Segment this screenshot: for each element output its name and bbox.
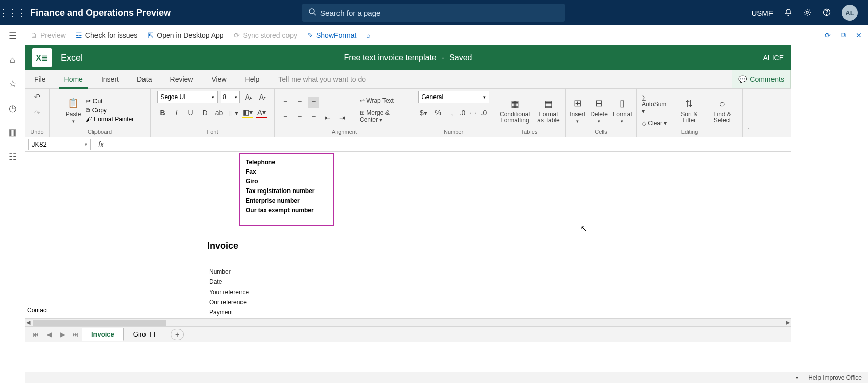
cell-tax-exempt: Our tax exempt number (246, 206, 328, 215)
toolbar-search-button[interactable]: ⌕ (366, 31, 370, 39)
tab-nav-last[interactable]: ⏭ (69, 331, 82, 338)
search-input[interactable] (320, 9, 559, 17)
bell-icon[interactable] (784, 8, 792, 18)
workspace-icon[interactable]: ▥ (8, 127, 17, 138)
double-underline-button[interactable]: D (200, 107, 211, 118)
sheet-tab-invoice[interactable]: Invoice (82, 328, 124, 341)
align-bottom-button[interactable]: ≡ (308, 97, 319, 108)
format-cells-button[interactable]: ▯Format▾ (613, 97, 632, 124)
find-select-button[interactable]: ⌕Find & Select (707, 97, 737, 123)
align-center-button[interactable]: ≡ (294, 112, 305, 123)
field-your-ref: Your reference (209, 287, 249, 297)
avatar[interactable]: AL (842, 5, 858, 21)
tab-nav-next[interactable]: ▶ (56, 331, 69, 338)
ribbon: ↶ ↷ Undo 📋Paste▾ ✂ Cut ⧉ Copy 🖌 Format P… (25, 89, 791, 137)
indent-button[interactable]: ⇥ (336, 112, 348, 123)
field-date: Date (209, 277, 249, 287)
align-right-button[interactable]: ≡ (308, 112, 319, 123)
excel-user[interactable]: ALICE (763, 54, 784, 62)
sync-button[interactable]: ⟳Sync stored copy (234, 31, 297, 39)
clear-button[interactable]: ◇ Clear ▾ (642, 120, 671, 127)
help-icon[interactable] (823, 8, 831, 18)
dec-decimal-button[interactable]: ←.0 (475, 107, 486, 118)
check-issues-button[interactable]: ☲Check for issues (76, 31, 137, 39)
tab-insert[interactable]: Insert (92, 70, 128, 88)
merge-center-button[interactable]: ⊞ Merge & Center ▾ (360, 109, 409, 123)
grow-font-button[interactable]: A▴ (243, 91, 254, 103)
percent-button[interactable]: % (432, 107, 444, 118)
close-icon[interactable]: ✕ (856, 31, 862, 39)
home-icon[interactable]: ⌂ (10, 55, 15, 65)
font-name-select[interactable]: Segoe UI▾ (157, 91, 218, 103)
italic-button[interactable]: I (171, 107, 182, 118)
underline-button[interactable]: U (185, 107, 197, 118)
popout-icon[interactable]: ⧉ (841, 31, 846, 39)
comments-button[interactable]: 💬Comments (732, 70, 791, 88)
collapse-ribbon-button[interactable]: ˄ (743, 89, 755, 137)
align-top-button[interactable]: ≡ (280, 97, 291, 108)
shrink-font-button[interactable]: A▾ (257, 91, 268, 103)
autosum-button[interactable]: ∑ AutoSum ▾ (642, 93, 671, 115)
search-box[interactable] (302, 4, 565, 22)
font-size-select[interactable]: 8▾ (221, 91, 240, 103)
refresh-icon[interactable]: ⟳ (825, 31, 831, 39)
redo-button[interactable]: ↷ (32, 107, 43, 118)
star-icon[interactable]: ☆ (9, 78, 17, 89)
open-desktop-button[interactable]: ⇱Open in Desktop App (148, 31, 223, 39)
clock-icon[interactable]: ◷ (9, 103, 17, 114)
horizontal-scrollbar[interactable]: ◀ ▶ (25, 318, 791, 326)
conditional-formatting-button[interactable]: ▦Conditional Formatting (498, 97, 532, 123)
scroll-thumb[interactable] (33, 320, 166, 326)
format-painter-button[interactable]: 🖌 Format Painter (86, 116, 134, 123)
tab-home[interactable]: Home (55, 70, 92, 88)
align-middle-button[interactable]: ≡ (294, 97, 305, 108)
gear-icon[interactable] (803, 8, 811, 18)
preview-button[interactable]: 🗎Preview (30, 31, 66, 39)
scroll-right-icon[interactable]: ▶ (786, 319, 790, 326)
search-icon (308, 8, 316, 18)
borders-button[interactable]: ▦▾ (228, 107, 239, 118)
undo-button[interactable]: ↶ (32, 91, 43, 102)
bold-button[interactable]: B (157, 107, 168, 118)
number-format-select[interactable]: General▾ (418, 91, 489, 103)
strike-button[interactable]: ab (214, 107, 225, 118)
add-sheet-button[interactable]: + (171, 329, 184, 340)
format-as-table-button[interactable]: ▤Format as Table (537, 97, 560, 123)
fx-icon[interactable]: fx (98, 140, 104, 149)
scroll-left-icon[interactable]: ◀ (26, 319, 30, 326)
name-box[interactable]: JK82▾ (28, 139, 91, 150)
tab-nav-prev[interactable]: ◀ (42, 331, 56, 338)
wrap-text-button[interactable]: ↩ Wrap Text (360, 97, 409, 104)
inc-decimal-button[interactable]: .0→ (461, 107, 472, 118)
sort-filter-button[interactable]: ⇅Sort & Filter (676, 97, 702, 123)
status-dropdown-icon[interactable]: ▾ (796, 375, 798, 380)
tab-help[interactable]: Help (236, 70, 269, 88)
tell-me-input[interactable]: Tell me what you want to do (268, 70, 376, 88)
cell-contact: Contact (27, 307, 48, 314)
list-icon[interactable]: ☷ (9, 151, 17, 162)
sheet-tab-giro[interactable]: Giro_FI (124, 328, 165, 341)
fill-color-button[interactable]: ◧▾ (242, 107, 253, 118)
insert-cells-button[interactable]: ⊞Insert▾ (570, 97, 585, 124)
cut-button[interactable]: ✂ Cut (86, 98, 134, 105)
align-left-button[interactable]: ≡ (280, 112, 291, 123)
tab-nav-first[interactable]: ⏮ (29, 331, 42, 338)
currency-button[interactable]: $▾ (418, 107, 429, 118)
copy-button[interactable]: ⧉ Copy (86, 107, 134, 114)
outdent-button[interactable]: ⇤ (322, 112, 333, 123)
sheet-area[interactable]: Telephone Fax Giro Tax registration numb… (25, 152, 791, 318)
tab-data[interactable]: Data (128, 70, 161, 88)
waffle-icon[interactable]: ⋮⋮⋮ (0, 7, 25, 18)
showformat-button[interactable]: ✎ShowFormat (307, 31, 356, 39)
paste-button[interactable]: 📋Paste▾ (66, 97, 81, 124)
comma-button[interactable]: , (447, 107, 458, 118)
tab-review[interactable]: Review (161, 70, 203, 88)
cell-tax-reg: Tax registration number (246, 186, 328, 196)
tab-file[interactable]: File (25, 70, 55, 88)
excel-embed: X≣ Excel Free text invoice template-Save… (25, 45, 791, 349)
delete-cells-button[interactable]: ⊟Delete▾ (590, 97, 608, 124)
font-color-button[interactable]: A▾ (256, 107, 267, 118)
tab-view[interactable]: View (202, 70, 235, 88)
help-improve-link[interactable]: Help Improve Office (808, 374, 862, 381)
company-label[interactable]: USMF (752, 9, 774, 17)
